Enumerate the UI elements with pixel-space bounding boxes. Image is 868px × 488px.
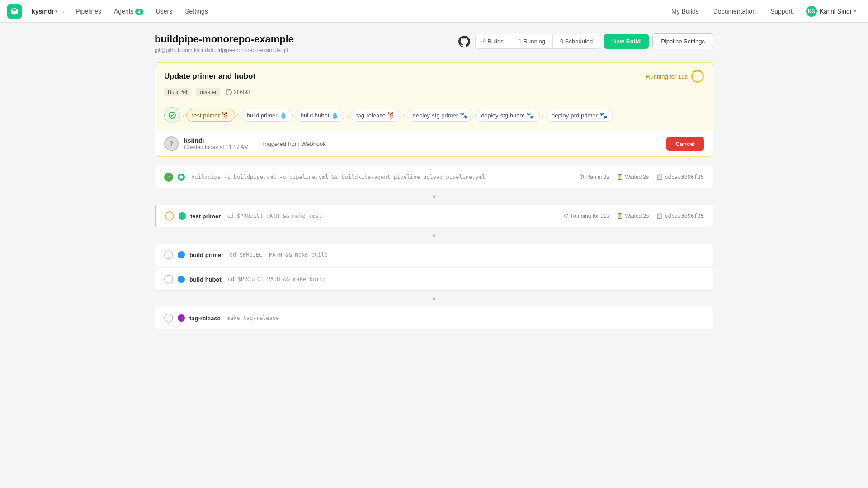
step-deploy-stg-primer[interactable]: deploy-stg primer 🐾 — [407, 109, 473, 122]
step-build-primer[interactable]: build primer 💧 — [241, 109, 293, 122]
step-deploy-stg-hubot-label: deploy-stg hubot — [481, 112, 524, 119]
status-group: 4 Builds 1 Running 0 Scheduled — [475, 34, 601, 49]
build-title: Update primer and hubot — [164, 72, 255, 81]
scheduled-count-button[interactable]: 0 Scheduled — [553, 34, 600, 48]
step-name-build-primer: build primer — [189, 252, 223, 258]
step-build-hubot[interactable]: build hubot 💧 — [295, 109, 345, 122]
build-card-header: Update primer and hubot Running for 16s — [155, 63, 713, 88]
github-icon — [457, 34, 472, 49]
step-build-hubot-label: build hubot — [301, 112, 330, 119]
nav-settings[interactable]: Settings — [179, 5, 214, 18]
collapse-toggle-0[interactable]: ∨ — [155, 190, 713, 203]
step-hash: 📋 cdcac3d96f85 — [656, 174, 704, 180]
svg-point-1 — [179, 175, 183, 179]
build-user-info: ? ksiindi Created today at 11:17 AM Trig… — [164, 136, 326, 151]
nav-support[interactable]: Support — [765, 5, 798, 18]
step-hash-running: 📋 cdcac3d96f85 — [656, 213, 704, 219]
step-status-pending-icon-tag — [164, 314, 173, 323]
step-initial[interactable] — [164, 107, 180, 123]
clipboard-icon: 📋 — [656, 174, 663, 180]
arrow-icon-1: › — [237, 112, 239, 119]
build-user-avatar: ? — [164, 136, 179, 151]
step-build-hubot-icon: 💧 — [331, 112, 339, 119]
logo — [7, 4, 22, 19]
step-cmd-build-hubot: cd $PROJECT_PATH && make build — [228, 276, 326, 282]
pipeline-git-url: git@github.com:ksiindi/buildpipe-monorep… — [155, 47, 294, 53]
build-user-row: ? ksiindi Created today at 11:17 AM Trig… — [155, 131, 713, 156]
step-name-build-hubot: build hubot — [189, 276, 222, 283]
cancel-button[interactable]: Cancel — [666, 137, 704, 151]
table-row: build primer cd $PROJECT_PATH && make bu… — [155, 244, 713, 266]
clock-icon-running: ⏱ — [564, 213, 569, 219]
step-agent-purple-icon-tag — [178, 314, 185, 322]
builds-count-button[interactable]: 4 Builds — [476, 34, 511, 48]
org-chevron-icon: ▾ — [55, 9, 57, 14]
step-meta: ⏱ Ran in 3s ⏳ Waited 2s 📋 cdcac3d96f85 — [579, 174, 704, 180]
org-name: kysindi — [32, 8, 53, 15]
build-meta: Build #4 master 2ff6f98 — [155, 88, 713, 102]
nav-links: Pipelines Agents4 Users Settings — [69, 5, 214, 18]
step-agent-blue-icon-primer — [178, 251, 185, 258]
pipeline-info: buildpipe-monorepo-example git@github.co… — [155, 33, 294, 53]
build-user-details: ksiindi Created today at 11:17 AM — [184, 137, 249, 150]
build-number-badge: Build #4 — [164, 88, 191, 96]
step-build-primer-icon: 💧 — [279, 112, 287, 119]
step-deploy-prd-primer[interactable]: deploy-prd primer 🐾 — [546, 109, 613, 122]
triggered-from: Triggered from Webhook — [261, 141, 326, 147]
step-name-tag-release: tag-release — [189, 315, 221, 322]
step-status-running-icon — [165, 211, 174, 221]
step-deploy-prd-primer-label: deploy-prd primer — [552, 112, 598, 119]
pipeline-settings-button[interactable]: Pipeline Settings — [652, 33, 713, 49]
step-agent-icon — [178, 174, 185, 181]
step-waited-running: ⏳ Waited 2s — [616, 213, 649, 219]
agents-badge: 4 — [135, 9, 143, 15]
step-waited: ⏳ Waited 2s — [616, 174, 649, 180]
clipboard-icon-running: 📋 — [656, 213, 663, 219]
user-menu[interactable]: KS Kamil Sindi ▾ — [802, 3, 861, 19]
step-deploy-prd-primer-icon: 🐾 — [599, 112, 607, 119]
step-agent-blue-icon-hubot — [178, 276, 185, 283]
page-content: buildpipe-monorepo-example git@github.co… — [140, 23, 728, 340]
collapse-toggle-2[interactable]: ∨ — [155, 292, 713, 305]
pipeline-actions: 4 Builds 1 Running 0 Scheduled New Build… — [457, 33, 714, 49]
nav-my-builds[interactable]: My Builds — [666, 5, 704, 18]
running-spinner-icon — [691, 70, 704, 83]
step-agent-green-icon — [179, 212, 186, 220]
nav-right: My Builds Documentation Support KS Kamil… — [666, 3, 861, 19]
new-build-button[interactable]: New Build — [604, 34, 649, 49]
step-test-primer[interactable]: test primer 🐕 — [186, 109, 235, 122]
build-commit[interactable]: 2ff6f98 — [226, 89, 250, 95]
step-tag-release[interactable]: tag-release 🐕 — [350, 109, 401, 122]
nav-divider: / — [63, 8, 65, 15]
clock-icon: ⏱ — [579, 174, 585, 180]
step-tag-release-icon: 🐕 — [387, 112, 395, 119]
step-status-success-icon: ✓ — [164, 173, 173, 182]
step-deploy-stg-primer-label: deploy-stg primer — [413, 112, 458, 119]
collapse-toggle-1[interactable]: ∨ — [155, 229, 713, 242]
nav-users[interactable]: Users — [150, 5, 179, 18]
step-deploy-stg-hubot[interactable]: deploy-stg hubot 🐾 — [475, 109, 540, 122]
user-avatar: KS — [806, 6, 817, 17]
arrow-icon-3: › — [403, 112, 405, 119]
user-name: Kamil Sindi — [820, 8, 851, 15]
running-count-button[interactable]: 1 Running — [511, 34, 553, 48]
nav-pipelines[interactable]: Pipelines — [69, 5, 108, 18]
step-cmd-test-primer: cd $PROJECT_PATH && make test — [227, 213, 322, 219]
nav-documentation[interactable]: Documentation — [708, 5, 761, 18]
build-created-time: Created today at 11:17 AM — [184, 144, 249, 150]
step-meta-running: ⏱ Running for 11s ⏳ Waited 2s 📋 cdcac3d9… — [564, 213, 704, 219]
step-tag-release-label: tag-release — [356, 112, 386, 119]
steps-list: ✓ buildpipe -i buildpipe.yml -o pipeline… — [155, 166, 713, 329]
step-test-primer-icon: 🐕 — [222, 112, 229, 119]
table-row: tag-release make tag-release — [155, 307, 713, 329]
org-switcher[interactable]: kysindi ▾ — [27, 5, 62, 18]
build-branch-badge[interactable]: master — [196, 88, 220, 96]
step-test-primer-label: test primer — [192, 112, 220, 119]
nav-agents[interactable]: Agents4 — [108, 5, 150, 18]
table-row: build hubot cd $PROJECT_PATH && make bui… — [155, 268, 713, 291]
step-ran: ⏱ Ran in 3s — [579, 174, 609, 180]
arrow-icon-2: › — [346, 112, 349, 119]
step-status-pending-icon-primer — [164, 250, 173, 259]
hourglass-icon: ⏳ — [616, 174, 623, 180]
step-deploy-stg-primer-icon: 🐾 — [460, 112, 467, 119]
